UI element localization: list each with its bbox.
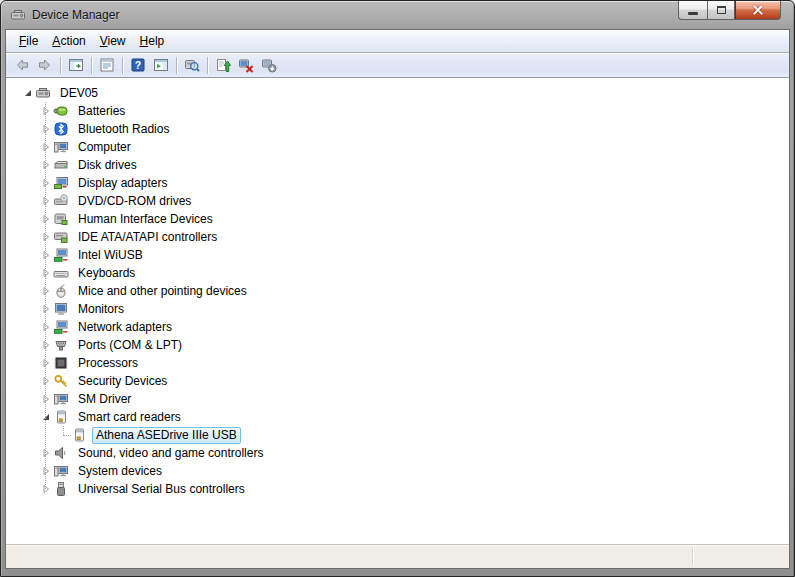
- uninstall-icon: [238, 57, 254, 73]
- expander-collapsed-icon[interactable]: [39, 158, 53, 172]
- tree-item-label: System devices: [74, 463, 166, 480]
- tree-item-label-selected: Athena ASEDrive IIIe USB: [92, 427, 241, 444]
- display-adapter-icon: [53, 175, 69, 191]
- properties-button[interactable]: [96, 54, 118, 76]
- title-bar[interactable]: Device Manager: [1, 1, 794, 28]
- expander-collapsed-icon[interactable]: [39, 446, 53, 460]
- processor-icon: [53, 355, 69, 371]
- expander-collapsed-icon[interactable]: [39, 122, 53, 136]
- tree-item-human-interface-devices[interactable]: Human Interface Devices: [6, 210, 789, 228]
- tree-item-ports-com-lpt[interactable]: Ports (COM & LPT): [6, 336, 789, 354]
- tree-item-mice-and-other-pointing-devices[interactable]: Mice and other pointing devices: [6, 282, 789, 300]
- status-pane-right: [695, 548, 783, 565]
- disable-button[interactable]: [258, 54, 280, 76]
- disk-drive-icon: [53, 157, 69, 173]
- expander-collapsed-icon[interactable]: [39, 176, 53, 190]
- tree-item-sm-driver[interactable]: SM Driver: [6, 390, 789, 408]
- tree-guide-line: [63, 426, 64, 435]
- tree-item-label: Keyboards: [74, 265, 139, 282]
- tree-item-label: Monitors: [74, 301, 128, 318]
- device-manager-icon: [10, 7, 26, 23]
- maximize-icon: [717, 6, 726, 14]
- expander-collapsed-icon[interactable]: [39, 140, 53, 154]
- smart-card-icon: [71, 427, 87, 443]
- maximize-button[interactable]: [707, 1, 735, 20]
- network-adapter-icon: [53, 319, 69, 335]
- monitor-icon: [53, 301, 69, 317]
- hid-icon: [53, 211, 69, 227]
- toolbar-separator: [60, 57, 61, 74]
- expander-collapsed-icon[interactable]: [39, 248, 53, 262]
- scan-for-hardware-changes-button[interactable]: [181, 54, 203, 76]
- tree-item-monitors[interactable]: Monitors: [6, 300, 789, 318]
- expander-collapsed-icon[interactable]: [39, 464, 53, 478]
- expander-collapsed-icon[interactable]: [39, 356, 53, 370]
- expander-collapsed-icon[interactable]: [39, 230, 53, 244]
- show-hide-action-pane-button[interactable]: [150, 54, 172, 76]
- keyboard-icon: [53, 265, 69, 281]
- tree-item-security-devices[interactable]: Security Devices: [6, 372, 789, 390]
- tree-item-label: Computer: [74, 139, 135, 156]
- computer-icon: [53, 463, 69, 479]
- speaker-icon: [53, 445, 69, 461]
- expander-collapsed-icon[interactable]: [39, 482, 53, 496]
- expander-collapsed-icon[interactable]: [39, 104, 53, 118]
- tree-item-label: DEV05: [56, 85, 102, 102]
- toolbar-separator: [176, 57, 177, 74]
- tree-guide-line: [63, 435, 71, 436]
- tree-item-label: Human Interface Devices: [74, 211, 217, 228]
- tree-item-dev05[interactable]: DEV05: [6, 84, 789, 102]
- expander-expanded-icon[interactable]: [39, 410, 53, 424]
- expander-collapsed-icon[interactable]: [39, 338, 53, 352]
- tree-item-label: IDE ATA/ATAPI controllers: [74, 229, 221, 246]
- tree-item-disk-drives[interactable]: Disk drives: [6, 156, 789, 174]
- scan-hardware-icon: [184, 57, 200, 73]
- expander-collapsed-icon[interactable]: [39, 284, 53, 298]
- tree-item-label: Network adapters: [74, 319, 176, 336]
- show-hide-console-tree-button[interactable]: [65, 54, 87, 76]
- toolbar-separator: [122, 57, 123, 74]
- expander-expanded-icon[interactable]: [21, 86, 35, 100]
- back-button[interactable]: [11, 54, 33, 76]
- tree-item-athena-asedrive-iiie-usb[interactable]: Athena ASEDrive IIIe USB: [6, 426, 789, 444]
- menu-item-help[interactable]: Help: [133, 31, 172, 51]
- tree-item-display-adapters[interactable]: Display adapters: [6, 174, 789, 192]
- tree-item-smart-card-readers[interactable]: Smart card readers: [6, 408, 789, 426]
- tree-item-dvd-cd-rom-drives[interactable]: DVD/CD-ROM drives: [6, 192, 789, 210]
- tree-item-label: Sound, video and game controllers: [74, 445, 267, 462]
- tree-item-intel-wiusb[interactable]: Intel WiUSB: [6, 246, 789, 264]
- tree-item-batteries[interactable]: Batteries: [6, 102, 789, 120]
- minimize-button[interactable]: [678, 1, 707, 20]
- tree-item-label: Smart card readers: [74, 409, 185, 426]
- close-button[interactable]: [735, 1, 781, 20]
- forward-button[interactable]: [34, 54, 56, 76]
- tree-item-computer[interactable]: Computer: [6, 138, 789, 156]
- tree-item-bluetooth-radios[interactable]: Bluetooth Radios: [6, 120, 789, 138]
- menu-item-file[interactable]: File: [12, 31, 45, 51]
- tree-item-network-adapters[interactable]: Network adapters: [6, 318, 789, 336]
- update-driver-software-button[interactable]: [212, 54, 234, 76]
- window-title: Device Manager: [32, 8, 119, 22]
- expander-collapsed-icon[interactable]: [39, 374, 53, 388]
- back-icon: [14, 57, 30, 73]
- expander-collapsed-icon[interactable]: [39, 392, 53, 406]
- menu-item-view[interactable]: View: [93, 31, 133, 51]
- minimize-icon: [688, 12, 698, 15]
- tree-item-sound-video-and-game-controllers[interactable]: Sound, video and game controllers: [6, 444, 789, 462]
- help-button[interactable]: ?: [127, 54, 149, 76]
- expander-collapsed-icon[interactable]: [39, 302, 53, 316]
- uninstall-button[interactable]: [235, 54, 257, 76]
- expander-collapsed-icon[interactable]: [39, 266, 53, 280]
- menu-item-action[interactable]: Action: [45, 31, 92, 51]
- tree-item-processors[interactable]: Processors: [6, 354, 789, 372]
- computer-icon: [53, 391, 69, 407]
- expander-collapsed-icon[interactable]: [39, 194, 53, 208]
- tree-item-keyboards[interactable]: Keyboards: [6, 264, 789, 282]
- menu-accel: V: [100, 34, 108, 48]
- expander-collapsed-icon[interactable]: [39, 320, 53, 334]
- tree-item-system-devices[interactable]: System devices: [6, 462, 789, 480]
- expander-collapsed-icon[interactable]: [39, 212, 53, 226]
- tree-item-ide-ata-atapi-controllers[interactable]: IDE ATA/ATAPI controllers: [6, 228, 789, 246]
- close-icon: [752, 4, 764, 16]
- tree-item-universal-serial-bus-controllers[interactable]: Universal Serial Bus controllers: [6, 480, 789, 498]
